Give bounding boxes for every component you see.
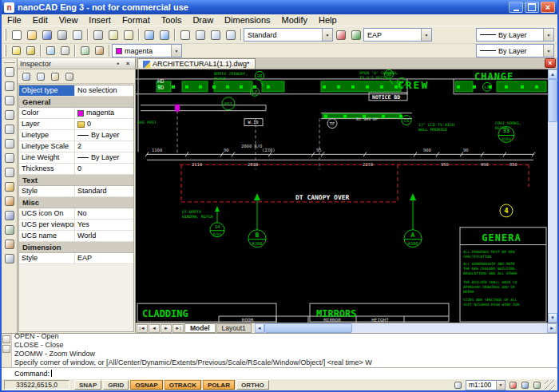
scroll-down-icon[interactable]: ▼ xyxy=(548,313,557,323)
close-document-button[interactable] xyxy=(545,58,556,68)
layer-freeze-icon[interactable] xyxy=(43,45,57,57)
paste-icon[interactable] xyxy=(121,27,136,42)
property-label[interactable]: Layer xyxy=(19,119,75,129)
props-select-icon[interactable] xyxy=(19,70,33,83)
undo-icon[interactable] xyxy=(141,27,157,42)
arc-icon[interactable] xyxy=(2,122,17,137)
property-label[interactable]: Thickness xyxy=(19,164,75,174)
horizontal-scrollbar[interactable]: ◄ ► xyxy=(255,323,557,333)
toolbar-handle[interactable] xyxy=(4,45,6,57)
quick-select-icon[interactable] xyxy=(34,70,47,83)
menu-file[interactable]: File xyxy=(2,15,27,25)
property-value[interactable]: 0 xyxy=(75,164,133,174)
close-button[interactable] xyxy=(541,2,555,13)
gradient-icon[interactable] xyxy=(2,194,17,208)
menu-modify[interactable]: Modify xyxy=(276,15,313,25)
text-style-icon[interactable] xyxy=(333,27,348,42)
text-style-combo[interactable]: Standard xyxy=(244,28,333,42)
last-layout-button[interactable]: ►| xyxy=(172,324,184,333)
resize-grip[interactable] xyxy=(545,380,555,390)
new-icon[interactable] xyxy=(9,27,24,42)
copy-icon[interactable] xyxy=(105,27,121,42)
hatch-icon[interactable] xyxy=(2,180,17,194)
property-label[interactable]: Style xyxy=(19,253,75,263)
command-options-icon[interactable] xyxy=(2,335,10,343)
document-tab[interactable]: ARCHITECTURAL1(1.1).dwg* xyxy=(137,58,256,69)
rectangle-icon[interactable] xyxy=(2,137,17,151)
menu-dimensions[interactable]: Dimensions xyxy=(219,15,276,25)
ellipse-icon[interactable] xyxy=(2,165,17,180)
plot-icon[interactable] xyxy=(54,27,69,42)
line-icon[interactable] xyxy=(2,79,17,93)
property-label[interactable]: Color xyxy=(19,108,75,118)
vertical-scrollbar[interactable]: ▲ ▼ xyxy=(548,69,557,323)
property-label[interactable]: UCS per viewport xyxy=(19,220,75,230)
graphics-status-icon[interactable] xyxy=(519,380,531,390)
zoom-extents-icon[interactable] xyxy=(223,27,238,42)
scroll-left-icon[interactable]: ◄ xyxy=(255,323,264,333)
property-label[interactable]: Style xyxy=(19,186,75,196)
property-label[interactable]: Linetype xyxy=(19,130,75,141)
redo-icon[interactable] xyxy=(157,27,172,42)
property-label[interactable]: UCS icon On xyxy=(19,208,75,219)
spline-icon[interactable] xyxy=(2,151,17,165)
inspector-header[interactable]: Inspector xyxy=(18,58,135,69)
layer-properties-icon[interactable] xyxy=(23,45,38,57)
annotation-scale-icon[interactable] xyxy=(452,380,464,390)
tab-model[interactable]: Model xyxy=(184,323,216,333)
cut-icon[interactable] xyxy=(90,27,105,42)
property-value[interactable]: No xyxy=(75,208,133,219)
property-value[interactable]: By Layer xyxy=(75,152,133,163)
chevron-down-icon[interactable] xyxy=(543,29,553,41)
property-label[interactable]: Object type xyxy=(19,85,75,96)
property-label[interactable]: Linetype Scale xyxy=(19,141,75,152)
property-value[interactable]: 2 xyxy=(75,141,133,152)
toggle-ortho[interactable]: ORTHO xyxy=(236,380,269,390)
text-icon[interactable] xyxy=(2,208,17,223)
chevron-down-icon[interactable] xyxy=(171,45,181,57)
block-icon[interactable] xyxy=(2,237,17,251)
scroll-right-icon[interactable]: ► xyxy=(547,323,557,333)
property-label[interactable]: UCS name xyxy=(19,231,75,241)
title-bar[interactable]: n nanoCAD Eng 3 - not for commercial use xyxy=(2,0,557,14)
property-value[interactable]: magenta xyxy=(75,108,133,118)
table-icon[interactable] xyxy=(2,223,17,237)
property-label[interactable]: Line Weight xyxy=(19,152,75,163)
chevron-down-icon[interactable] xyxy=(543,45,553,57)
dimension-style-combo[interactable]: EAP xyxy=(363,28,432,42)
entity-properties-icon[interactable] xyxy=(77,45,92,57)
property-value[interactable]: Standard xyxy=(75,186,133,196)
menu-view[interactable]: View xyxy=(54,15,84,25)
first-layout-button[interactable]: |◄ xyxy=(137,324,148,333)
scale-combo[interactable]: m1:100 xyxy=(466,380,505,390)
vertical-scroll-track[interactable] xyxy=(548,79,557,313)
drawing-viewport[interactable]: HDSDBOOTH JOINERY,REFEROPEN 'U' CHANNELT… xyxy=(136,69,548,323)
open-icon[interactable] xyxy=(24,27,39,42)
pan-icon[interactable] xyxy=(177,27,192,42)
tab-layout1[interactable]: Layout1 xyxy=(216,323,252,333)
menu-format[interactable]: Format xyxy=(117,15,156,25)
notifications-icon[interactable] xyxy=(507,380,519,390)
zoom-window-icon[interactable] xyxy=(208,27,223,42)
horizontal-scroll-thumb[interactable] xyxy=(264,323,352,333)
chevron-down-icon[interactable] xyxy=(421,29,431,41)
linetype-combo[interactable]: By Layer xyxy=(476,28,554,42)
lineweight-combo[interactable]: By Layer xyxy=(476,44,554,57)
settings-icon[interactable] xyxy=(62,70,76,83)
property-value[interactable]: World xyxy=(75,231,133,241)
menu-insert[interactable]: Insert xyxy=(83,15,117,25)
property-value[interactable]: No selection xyxy=(75,85,133,96)
chevron-down-icon[interactable] xyxy=(496,381,505,390)
property-value[interactable]: Yes xyxy=(75,220,133,230)
print-preview-icon[interactable] xyxy=(69,27,85,42)
image-icon[interactable] xyxy=(2,251,17,266)
menu-tools[interactable]: Tools xyxy=(156,15,188,25)
maximize-button[interactable] xyxy=(525,2,539,13)
command-history[interactable]: OPEN - OpenCLOSE - CloseZOOMW - Zoom Win… xyxy=(2,333,557,367)
toolbar-handle[interactable] xyxy=(4,29,6,41)
toggle-otrack[interactable]: OTRACK xyxy=(165,380,201,390)
select-icon[interactable] xyxy=(2,65,17,79)
circle-icon[interactable] xyxy=(2,108,17,122)
vertical-scroll-thumb[interactable] xyxy=(548,79,557,122)
toggle-polar[interactable]: POLAR xyxy=(203,380,235,390)
